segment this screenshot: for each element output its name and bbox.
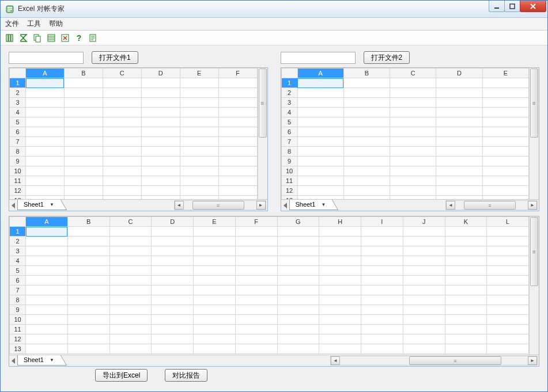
cell[interactable] [297,186,343,196]
grid1-sheet-tab[interactable]: Sheet1 ▼ [17,200,61,210]
cell[interactable] [218,98,257,108]
cell[interactable] [319,344,361,354]
cell[interactable] [141,88,180,98]
grid3-sheet-tab[interactable]: Sheet1 ▼ [17,355,61,366]
cell[interactable] [361,295,403,305]
cell[interactable] [277,246,319,256]
corner-cell[interactable] [10,68,26,78]
corner-cell[interactable] [281,68,297,78]
list-icon[interactable] [47,33,56,43]
cell[interactable] [64,88,103,98]
cell[interactable] [109,305,152,315]
cell[interactable] [64,137,103,147]
grid2-sheet-tab[interactable]: Sheet1 ▼ [289,200,332,210]
cell[interactable] [152,295,194,305]
cell[interactable] [218,166,257,176]
cell[interactable] [64,176,103,186]
cell[interactable] [109,256,152,266]
row-header[interactable]: 1 [281,78,297,88]
cell[interactable] [180,98,218,108]
cell[interactable] [141,98,180,108]
cell[interactable] [361,246,403,256]
cell[interactable] [319,315,361,325]
cell[interactable] [277,344,319,354]
cell[interactable] [218,108,257,117]
cell[interactable] [64,166,103,176]
cell[interactable] [26,266,68,276]
cell[interactable] [109,295,152,305]
cell[interactable] [297,157,343,166]
cell[interactable] [109,344,152,354]
cell[interactable] [297,98,343,108]
cell[interactable] [277,286,319,295]
column-header[interactable]: A [297,68,343,78]
row-header[interactable]: 5 [281,117,297,127]
cell[interactable] [319,334,361,344]
cell[interactable] [194,344,236,354]
row-header[interactable]: 7 [10,286,26,295]
cell[interactable] [67,334,109,344]
cell[interactable] [277,237,319,246]
cell[interactable] [445,256,487,266]
cell[interactable] [109,266,152,276]
cell[interactable] [487,305,529,315]
cell[interactable] [26,286,68,295]
grid1-body[interactable]: ABCDEF12345678910111213 [9,68,258,199]
cell[interactable] [482,88,528,98]
cell[interactable] [343,176,390,186]
cell[interactable] [141,127,180,137]
cell[interactable] [235,237,277,246]
cell[interactable] [180,147,218,157]
cell[interactable] [67,305,109,315]
column-header[interactable]: L [487,217,529,227]
grid2-vscroll[interactable] [529,68,539,199]
cell[interactable] [390,117,436,127]
cell[interactable] [277,295,319,305]
cell[interactable] [403,276,445,286]
cell[interactable] [180,137,218,147]
cell[interactable] [319,325,361,334]
row-header[interactable]: 1 [10,78,26,88]
cell[interactable] [26,276,68,286]
row-header[interactable]: 9 [10,305,26,315]
cell[interactable] [194,227,236,237]
cell[interactable] [67,286,109,295]
row-header[interactable]: 10 [10,315,26,325]
cell[interactable] [277,256,319,266]
column-header[interactable]: A [26,217,68,227]
cell[interactable] [26,344,68,354]
cell[interactable] [482,186,528,196]
cell[interactable] [26,108,65,117]
cell[interactable] [26,305,68,315]
column-header[interactable]: I [361,217,403,227]
cell[interactable] [403,305,445,315]
cell[interactable] [390,186,436,196]
cell[interactable] [487,256,529,266]
cell[interactable] [390,137,436,147]
grid1-vscroll[interactable] [258,68,267,199]
cell[interactable] [235,315,277,325]
compare-cols-icon[interactable] [5,33,14,43]
cell[interactable] [103,147,141,157]
cell[interactable] [390,108,436,117]
cell[interactable] [26,334,68,344]
cell[interactable] [361,256,403,266]
cell[interactable] [152,256,194,266]
cell[interactable] [436,147,482,157]
cell[interactable] [218,157,257,166]
cell[interactable] [235,344,277,354]
row-header[interactable]: 8 [10,147,26,157]
cell[interactable] [445,227,487,237]
cell[interactable] [235,286,277,295]
cell[interactable] [361,344,403,354]
row-header[interactable]: 13 [10,344,26,354]
cell[interactable] [64,117,103,127]
column-header[interactable]: K [445,217,487,227]
cell[interactable] [67,325,109,334]
cell[interactable] [194,334,236,344]
cell[interactable] [67,237,109,246]
cell[interactable] [361,305,403,315]
cell[interactable] [103,98,141,108]
column-header[interactable]: F [235,217,277,227]
column-header[interactable]: C [390,68,436,78]
